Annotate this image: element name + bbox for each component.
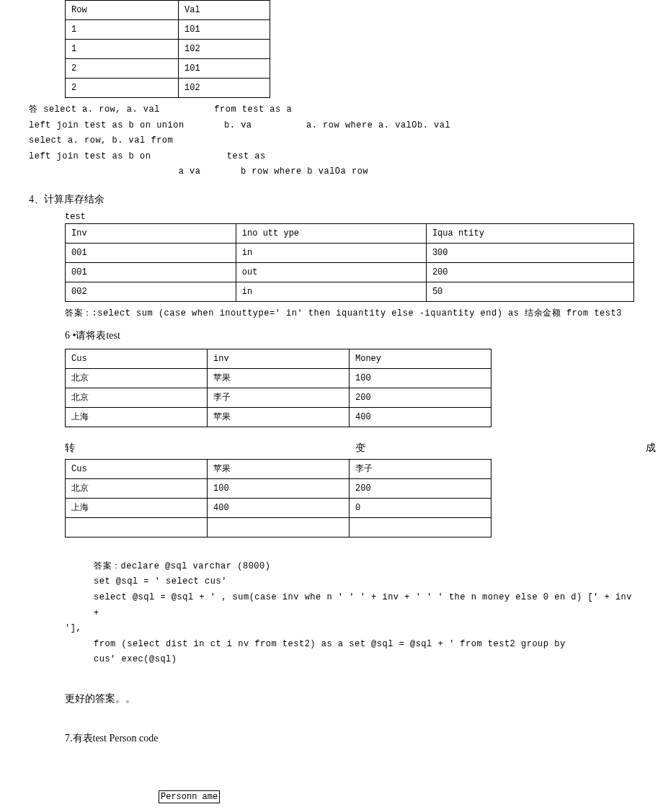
table-header-row: Inv ino utt ype Iqua ntity xyxy=(66,223,634,243)
table-row: 上海 苹果 400 xyxy=(66,407,491,427)
answer-text: from test as a xyxy=(214,104,292,115)
col-header: 李子 xyxy=(350,459,491,478)
answer-2: 答案：:select sum (case when inouttype=' in… xyxy=(65,306,634,322)
table-row: 上海 400 0 xyxy=(66,498,491,517)
boxed-label-container: Personn ame xyxy=(159,790,634,803)
answer-text: a va xyxy=(179,166,201,177)
answer-text: cus' exec(@sql) xyxy=(94,652,634,668)
table-header-row: Row Val xyxy=(66,1,270,20)
transform-char: 转 xyxy=(65,442,75,455)
table-row: 北京 李子 200 xyxy=(66,388,491,407)
col-header: 苹果 xyxy=(208,459,350,478)
answer-block-1: 答 select a. row, a. val from test as a l… xyxy=(29,102,634,180)
table-row: 1 101 xyxy=(66,20,270,40)
answer-text: select @sql = @sql + ' , sum(case inv wh… xyxy=(94,590,634,621)
col-header: Cus xyxy=(66,349,208,368)
table-row: 001 in 300 xyxy=(66,243,634,262)
answer-text: left join test as b on union xyxy=(29,120,184,130)
table-row-val: Row Val 1 101 1 102 2 101 2 102 xyxy=(65,0,270,98)
table-row: 北京 100 200 xyxy=(66,478,491,498)
table-cus-inv: Cus inv Money 北京 苹果 100 北京 李子 200 上海 苹果 … xyxy=(65,349,491,427)
table-row: 1 102 xyxy=(66,40,270,59)
answer-text: 答 select a. row, a. val xyxy=(29,104,160,115)
table-pivot: Cus 苹果 李子 北京 100 200 上海 400 0 xyxy=(65,459,491,537)
boxed-label: Personn ame xyxy=(159,790,220,803)
answer-text: left join test as b on xyxy=(29,151,151,161)
table-inventory: Inv ino utt ype Iqua ntity 001 in 300 00… xyxy=(65,223,634,302)
table-row: 北京 苹果 100 xyxy=(66,368,491,388)
answer-block-3: 答案：declare @sql varchar (8000) set @sql … xyxy=(29,559,634,668)
col-header: ino utt ype xyxy=(236,223,426,243)
transform-row: 转 变 成 xyxy=(65,442,656,455)
section-7-title: 7.有表test Person code xyxy=(65,729,634,747)
answer-text: b. va xyxy=(224,120,252,130)
answer-text: test as xyxy=(227,151,266,161)
answer-text: '], xyxy=(65,621,634,637)
table-header-row: Cus 苹果 李子 xyxy=(66,459,491,478)
table-row: 002 in 50 xyxy=(66,282,634,301)
col-header: Cus xyxy=(66,459,208,478)
answer-text: select a. row, b. val from xyxy=(29,133,634,149)
answer-text: from (select dist in ct i nv from test2)… xyxy=(94,637,634,653)
better-answer: 更好的答案。。 xyxy=(65,690,634,708)
answer-text: 答案：declare @sql varchar (8000) xyxy=(94,559,634,575)
col-header: inv xyxy=(208,349,350,368)
col-header: Money xyxy=(350,349,491,368)
answer-text: b row where b valOa row xyxy=(241,166,368,177)
table-row: 001 out 200 xyxy=(66,262,634,282)
table-row: 2 102 xyxy=(66,79,270,98)
col-header: Val xyxy=(179,1,270,20)
section-4-title: 4、计算库存结余 xyxy=(29,193,634,206)
col-header: Iqua ntity xyxy=(426,223,633,243)
col-header: Inv xyxy=(66,223,236,243)
table-row: 2 101 xyxy=(66,59,270,79)
answer-text: a. row where a. valOb. val xyxy=(306,120,450,130)
answer-text: set @sql = ' select cus' xyxy=(94,574,634,590)
section-6-title: 6 •请将表test xyxy=(65,326,634,344)
document-page: Row Val 1 101 1 102 2 101 2 102 答 select… xyxy=(0,0,663,812)
transform-char: 变 xyxy=(355,442,365,455)
transform-char: 成 xyxy=(646,442,656,455)
table-row xyxy=(66,517,491,537)
table-label: test xyxy=(65,212,634,222)
table-header-row: Cus inv Money xyxy=(66,349,491,368)
col-header: Row xyxy=(66,1,179,20)
